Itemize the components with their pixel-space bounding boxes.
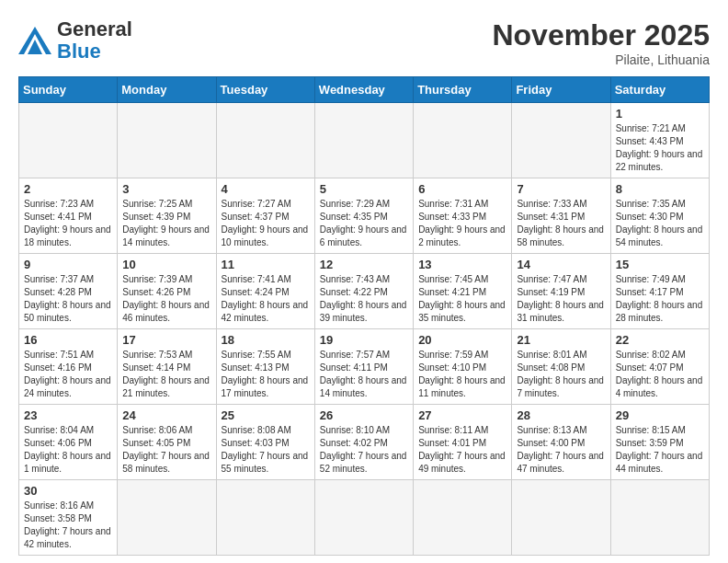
calendar-cell bbox=[216, 103, 314, 178]
day-number: 19 bbox=[320, 333, 408, 347]
week-row-3: 9Sunrise: 7:37 AM Sunset: 4:28 PM Daylig… bbox=[19, 254, 710, 329]
day-info: Sunrise: 8:06 AM Sunset: 4:05 PM Dayligh… bbox=[122, 424, 210, 476]
calendar-cell: 15Sunrise: 7:49 AM Sunset: 4:17 PM Dayli… bbox=[610, 254, 709, 329]
day-info: Sunrise: 8:01 AM Sunset: 4:08 PM Dayligh… bbox=[517, 349, 605, 400]
week-row-4: 16Sunrise: 7:51 AM Sunset: 4:16 PM Dayli… bbox=[19, 329, 710, 405]
day-info: Sunrise: 7:27 AM Sunset: 4:37 PM Dayligh… bbox=[222, 198, 310, 249]
location: Pilaite, Lithuania bbox=[492, 52, 710, 67]
day-info: Sunrise: 7:55 AM Sunset: 4:13 PM Dayligh… bbox=[222, 349, 310, 400]
day-number: 28 bbox=[517, 408, 605, 422]
month-title: November 2025 bbox=[492, 18, 710, 52]
day-info: Sunrise: 8:10 AM Sunset: 4:02 PM Dayligh… bbox=[320, 424, 408, 476]
calendar-cell: 20Sunrise: 7:59 AM Sunset: 4:10 PM Dayli… bbox=[414, 329, 512, 405]
week-row-2: 2Sunrise: 7:23 AM Sunset: 4:41 PM Daylig… bbox=[19, 178, 710, 254]
day-number: 27 bbox=[418, 408, 506, 422]
day-number: 5 bbox=[320, 182, 408, 196]
calendar-cell: 17Sunrise: 7:53 AM Sunset: 4:14 PM Dayli… bbox=[118, 329, 216, 405]
day-number: 25 bbox=[222, 408, 310, 422]
calendar-cell: 22Sunrise: 8:02 AM Sunset: 4:07 PM Dayli… bbox=[610, 329, 709, 405]
day-number: 14 bbox=[517, 258, 605, 271]
calendar-cell: 6Sunrise: 7:31 AM Sunset: 4:33 PM Daylig… bbox=[414, 178, 512, 254]
day-info: Sunrise: 7:47 AM Sunset: 4:19 PM Dayligh… bbox=[517, 273, 605, 325]
calendar-table: SundayMondayTuesdayWednesdayThursdayFrid… bbox=[18, 76, 710, 556]
day-number: 18 bbox=[222, 333, 310, 347]
day-info: Sunrise: 8:04 AM Sunset: 4:06 PM Dayligh… bbox=[24, 424, 112, 476]
day-number: 7 bbox=[517, 182, 605, 196]
day-number: 22 bbox=[616, 333, 704, 347]
calendar-cell: 5Sunrise: 7:29 AM Sunset: 4:35 PM Daylig… bbox=[314, 178, 413, 254]
day-number: 24 bbox=[122, 408, 210, 422]
day-number: 13 bbox=[418, 258, 506, 271]
day-info: Sunrise: 8:08 AM Sunset: 4:03 PM Dayligh… bbox=[222, 424, 310, 476]
calendar-cell bbox=[19, 103, 118, 178]
day-number: 9 bbox=[24, 258, 112, 271]
day-info: Sunrise: 7:57 AM Sunset: 4:11 PM Dayligh… bbox=[320, 349, 408, 400]
calendar-cell: 14Sunrise: 7:47 AM Sunset: 4:19 PM Dayli… bbox=[512, 254, 610, 329]
day-info: Sunrise: 7:35 AM Sunset: 4:30 PM Dayligh… bbox=[616, 198, 704, 249]
day-info: Sunrise: 7:51 AM Sunset: 4:16 PM Dayligh… bbox=[24, 349, 112, 400]
day-info: Sunrise: 7:25 AM Sunset: 4:39 PM Dayligh… bbox=[122, 198, 210, 249]
calendar-cell bbox=[314, 480, 413, 556]
day-number: 30 bbox=[24, 484, 112, 498]
calendar-cell: 19Sunrise: 7:57 AM Sunset: 4:11 PM Dayli… bbox=[314, 329, 413, 405]
calendar-cell bbox=[512, 480, 610, 556]
calendar-cell: 9Sunrise: 7:37 AM Sunset: 4:28 PM Daylig… bbox=[19, 254, 118, 329]
day-info: Sunrise: 7:33 AM Sunset: 4:31 PM Dayligh… bbox=[517, 198, 605, 249]
calendar-cell bbox=[414, 480, 512, 556]
calendar-cell bbox=[118, 480, 216, 556]
calendar-cell: 24Sunrise: 8:06 AM Sunset: 4:05 PM Dayli… bbox=[118, 405, 216, 480]
calendar-cell: 27Sunrise: 8:11 AM Sunset: 4:01 PM Dayli… bbox=[414, 405, 512, 480]
day-info: Sunrise: 8:15 AM Sunset: 3:59 PM Dayligh… bbox=[616, 424, 704, 476]
day-number: 29 bbox=[616, 408, 704, 422]
weekday-header-tuesday: Tuesday bbox=[216, 77, 314, 103]
day-info: Sunrise: 7:59 AM Sunset: 4:10 PM Dayligh… bbox=[418, 349, 506, 400]
day-info: Sunrise: 7:43 AM Sunset: 4:22 PM Dayligh… bbox=[320, 273, 408, 325]
calendar-cell: 1Sunrise: 7:21 AM Sunset: 4:43 PM Daylig… bbox=[610, 103, 709, 178]
calendar-cell: 21Sunrise: 8:01 AM Sunset: 4:08 PM Dayli… bbox=[512, 329, 610, 405]
calendar-cell: 7Sunrise: 7:33 AM Sunset: 4:31 PM Daylig… bbox=[512, 178, 610, 254]
day-number: 1 bbox=[616, 107, 704, 121]
week-row-6: 30Sunrise: 8:16 AM Sunset: 3:58 PM Dayli… bbox=[19, 480, 710, 556]
weekday-header-thursday: Thursday bbox=[414, 77, 512, 103]
weekday-header-wednesday: Wednesday bbox=[314, 77, 413, 103]
day-info: Sunrise: 7:41 AM Sunset: 4:24 PM Dayligh… bbox=[222, 273, 310, 325]
day-number: 2 bbox=[24, 182, 112, 196]
calendar-cell: 12Sunrise: 7:43 AM Sunset: 4:22 PM Dayli… bbox=[314, 254, 413, 329]
day-info: Sunrise: 7:45 AM Sunset: 4:21 PM Dayligh… bbox=[418, 273, 506, 325]
calendar-cell bbox=[512, 103, 610, 178]
week-row-1: 1Sunrise: 7:21 AM Sunset: 4:43 PM Daylig… bbox=[19, 103, 710, 178]
calendar-cell: 18Sunrise: 7:55 AM Sunset: 4:13 PM Dayli… bbox=[216, 329, 314, 405]
day-number: 4 bbox=[222, 182, 310, 196]
day-number: 17 bbox=[122, 333, 210, 347]
day-info: Sunrise: 7:23 AM Sunset: 4:41 PM Dayligh… bbox=[24, 198, 112, 249]
calendar-cell: 28Sunrise: 8:13 AM Sunset: 4:00 PM Dayli… bbox=[512, 405, 610, 480]
weekday-header-sunday: Sunday bbox=[19, 77, 118, 103]
calendar-cell: 10Sunrise: 7:39 AM Sunset: 4:26 PM Dayli… bbox=[118, 254, 216, 329]
day-number: 11 bbox=[222, 258, 310, 271]
week-row-5: 23Sunrise: 8:04 AM Sunset: 4:06 PM Dayli… bbox=[19, 405, 710, 480]
day-info: Sunrise: 7:31 AM Sunset: 4:33 PM Dayligh… bbox=[418, 198, 506, 249]
day-info: Sunrise: 8:02 AM Sunset: 4:07 PM Dayligh… bbox=[616, 349, 704, 400]
calendar-cell: 4Sunrise: 7:27 AM Sunset: 4:37 PM Daylig… bbox=[216, 178, 314, 254]
day-info: Sunrise: 7:37 AM Sunset: 4:28 PM Dayligh… bbox=[24, 273, 112, 325]
day-info: Sunrise: 8:16 AM Sunset: 3:58 PM Dayligh… bbox=[24, 500, 112, 551]
weekday-header-monday: Monday bbox=[118, 77, 216, 103]
weekday-header-friday: Friday bbox=[512, 77, 610, 103]
weekday-header-row: SundayMondayTuesdayWednesdayThursdayFrid… bbox=[19, 77, 710, 103]
calendar-cell: 26Sunrise: 8:10 AM Sunset: 4:02 PM Dayli… bbox=[314, 405, 413, 480]
logo-icon bbox=[18, 27, 51, 54]
day-number: 20 bbox=[418, 333, 506, 347]
calendar-cell bbox=[314, 103, 413, 178]
day-info: Sunrise: 7:39 AM Sunset: 4:26 PM Dayligh… bbox=[122, 273, 210, 325]
day-number: 12 bbox=[320, 258, 408, 271]
day-number: 15 bbox=[616, 258, 704, 271]
weekday-header-saturday: Saturday bbox=[610, 77, 709, 103]
calendar-cell: 3Sunrise: 7:25 AM Sunset: 4:39 PM Daylig… bbox=[118, 178, 216, 254]
day-number: 23 bbox=[24, 408, 112, 422]
day-number: 8 bbox=[616, 182, 704, 196]
calendar-cell: 16Sunrise: 7:51 AM Sunset: 4:16 PM Dayli… bbox=[19, 329, 118, 405]
calendar-cell: 2Sunrise: 7:23 AM Sunset: 4:41 PM Daylig… bbox=[19, 178, 118, 254]
calendar-cell bbox=[216, 480, 314, 556]
calendar-cell: 25Sunrise: 8:08 AM Sunset: 4:03 PM Dayli… bbox=[216, 405, 314, 480]
title-block: November 2025 Pilaite, Lithuania bbox=[492, 18, 710, 67]
